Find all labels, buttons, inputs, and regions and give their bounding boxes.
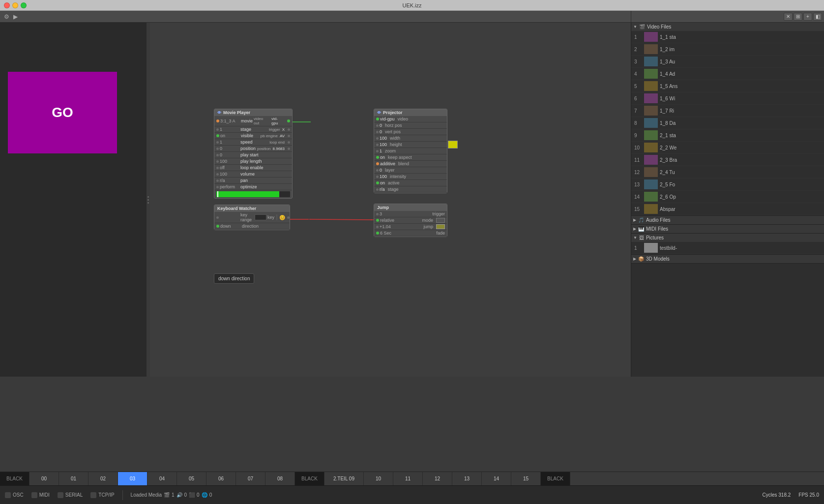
node-movie-player[interactable]: 👁 Movie Player 3:1_3 A movie video out v… [214, 109, 293, 199]
list-item[interactable]: 3 1_3 Au [631, 56, 824, 68]
status-divider [122, 490, 123, 500]
list-item[interactable]: 11 2_3 Bra [631, 154, 824, 166]
transport-btn-12[interactable]: 12 [423, 472, 452, 486]
list-item[interactable]: 13 2_5 Fo [631, 178, 824, 191]
output-connector-dot[interactable] [288, 148, 290, 150]
midi-files-header[interactable]: ▶ 🎹 MIDI Files [631, 225, 824, 233]
output-connector-dot[interactable] [287, 119, 290, 122]
connector-dot[interactable] [376, 137, 379, 140]
transport-btn-03[interactable]: 03 [118, 472, 147, 486]
connector-dot[interactable] [216, 148, 219, 150]
connector-dot[interactable] [376, 131, 379, 133]
transport-btn-06[interactable]: 06 [206, 472, 236, 486]
output-connector-dot[interactable] [288, 141, 290, 144]
serial-status[interactable]: SERIAL [58, 492, 83, 498]
transport-btn-10[interactable]: 10 [364, 472, 393, 486]
midi-status[interactable]: MIDI [31, 492, 50, 498]
osc-status[interactable]: OSC [5, 492, 24, 498]
transport-btn-black-3[interactable]: BLACK [541, 472, 570, 486]
panel-btn-2[interactable]: + [803, 13, 812, 21]
connector-dot[interactable] [376, 156, 379, 159]
3d-models-header[interactable]: ▶ 📦 3D Models [631, 255, 824, 263]
transport-btn-11[interactable]: 11 [393, 472, 423, 486]
connector-dot[interactable] [376, 162, 379, 165]
list-item[interactable]: 5 1_5 Ans [631, 80, 824, 92]
play-icon[interactable]: ▶ [11, 12, 20, 21]
window-controls[interactable] [4, 2, 27, 8]
connector-dot[interactable] [376, 144, 379, 146]
pictures-header[interactable]: ▼ 🖼 Pictures [631, 234, 824, 242]
output-connector-dot[interactable] [288, 128, 290, 131]
transport-btn-14[interactable]: 14 [482, 472, 511, 486]
transport-btn-04[interactable]: 04 [147, 472, 177, 486]
list-item[interactable]: 8 1_8 Da [631, 117, 824, 129]
transport-btn-00[interactable]: 00 [29, 472, 59, 486]
connector-dot[interactable] [216, 186, 219, 188]
connector-dot[interactable] [216, 173, 219, 176]
node-keyboard-watcher[interactable]: Keyboard Watcher key range key 😊 down di… [214, 205, 290, 230]
audio-files-section: ▶ 🎵 Audio Files [631, 216, 824, 225]
panel-btn-3[interactable]: ◧ [813, 13, 822, 21]
list-item[interactable]: 15 Abspar [631, 203, 824, 215]
transport-btn-02[interactable]: 02 [88, 472, 118, 486]
panel-btn-1[interactable]: ⊞ [794, 13, 802, 21]
connector-dot[interactable] [376, 150, 379, 152]
output-connector-dot[interactable] [287, 216, 290, 219]
connector-dot[interactable] [216, 179, 219, 182]
connector-dot[interactable] [216, 119, 219, 122]
close-button[interactable] [4, 2, 10, 8]
connector-dot[interactable] [216, 154, 219, 156]
close-panel-btn[interactable]: ✕ [784, 13, 793, 21]
audio-files-header[interactable]: ▶ 🎵 Audio Files [631, 216, 824, 224]
connector-dot[interactable] [216, 141, 219, 144]
minimize-button[interactable] [12, 2, 18, 8]
list-item[interactable]: 1 1_1 sta [631, 31, 824, 43]
list-item[interactable]: 14 2_6 Op [631, 191, 824, 203]
list-item[interactable]: 7 1_7 Ri [631, 105, 824, 117]
transport-btn-black-2[interactable]: BLACK [295, 472, 324, 486]
node-jump[interactable]: Jump 3 trigger relative mode +1.04 jump … [374, 204, 447, 237]
connector-dot[interactable] [376, 118, 379, 120]
node-progress-bar-container[interactable] [216, 191, 290, 197]
transport-btn-07[interactable]: 07 [236, 472, 265, 486]
maximize-button[interactable] [21, 2, 27, 8]
connector-dot[interactable] [376, 226, 379, 228]
connector-dot[interactable] [376, 124, 379, 127]
item-number: 2 [634, 47, 642, 52]
transport-btn-2teil09[interactable]: 2.TEIL 09 [324, 472, 364, 486]
output-connector-dot[interactable] [288, 135, 290, 137]
main-canvas[interactable]: 👁 Movie Player 3:1_3 A movie video out v… [150, 23, 631, 377]
video-files-header[interactable]: ▼ 🎬 Video Files [631, 23, 824, 31]
connector-dot[interactable] [216, 160, 219, 163]
transport-btn-13[interactable]: 13 [452, 472, 482, 486]
list-item[interactable]: 6 1_6 Wi [631, 92, 824, 105]
list-item[interactable]: 1 testbild- [631, 242, 824, 254]
connector-dot[interactable] [376, 219, 379, 222]
settings-icon[interactable]: ⚙ [2, 12, 11, 21]
list-item[interactable]: 12 2_4 Tu [631, 166, 824, 178]
left-resize-handle[interactable] [147, 23, 150, 377]
connector-dot[interactable] [376, 181, 379, 184]
transport-btn-05[interactable]: 05 [177, 472, 206, 486]
list-item[interactable]: 10 2_2 We [631, 142, 824, 154]
tcp-status[interactable]: TCP/IP [90, 492, 114, 498]
connector-dot[interactable] [216, 225, 219, 228]
transport-btn-15[interactable]: 15 [511, 472, 541, 486]
connector-dot[interactable] [376, 176, 379, 178]
list-item[interactable]: 4 1_4 Ad [631, 68, 824, 80]
connector-dot[interactable] [376, 213, 379, 215]
key-range-input[interactable] [255, 214, 266, 220]
connector-dot[interactable] [376, 188, 379, 191]
list-item[interactable]: 2 1_2 im [631, 43, 824, 56]
connector-dot[interactable] [376, 169, 379, 172]
transport-btn-black-1[interactable]: BLACK [0, 472, 29, 486]
connector-dot[interactable] [216, 128, 219, 131]
connector-dot[interactable] [376, 232, 379, 235]
transport-btn-08[interactable]: 08 [265, 472, 295, 486]
connector-dot[interactable] [216, 167, 219, 169]
list-item[interactable]: 9 2_1 sta [631, 129, 824, 142]
connector-dot[interactable] [216, 134, 219, 137]
connector-dot[interactable] [216, 216, 219, 219]
transport-btn-01[interactable]: 01 [59, 472, 88, 486]
node-projector[interactable]: 👁 Projector vid-gpu video 0 horz pos 0 v… [374, 109, 447, 193]
